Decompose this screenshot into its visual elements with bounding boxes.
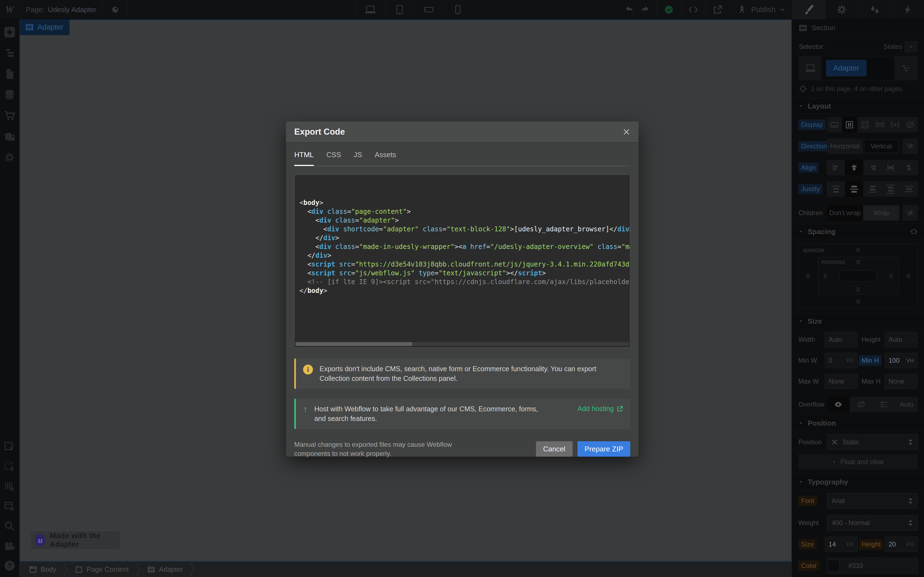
min-height-input[interactable]: 100VH: [885, 353, 918, 368]
margin-top-value[interactable]: 0: [856, 247, 859, 254]
export-share-button[interactable]: [705, 0, 730, 19]
overflow-visible-button[interactable]: [827, 397, 850, 412]
zoom-button[interactable]: [3, 520, 16, 532]
cms-button[interactable]: [3, 89, 16, 101]
states-caret-button[interactable]: [905, 41, 918, 52]
add-hosting-link[interactable]: Add hosting: [577, 404, 623, 413]
selection-badge[interactable]: Adapter: [19, 19, 69, 35]
line-height-input[interactable]: 20PX: [885, 537, 918, 552]
overflow-hidden-button[interactable]: [850, 397, 872, 412]
align-baseline-button[interactable]: [900, 160, 918, 175]
direction-reverse-button[interactable]: [903, 139, 918, 154]
interactions-panel-tab[interactable]: [891, 0, 924, 19]
ecommerce-button[interactable]: [3, 110, 16, 122]
section-header-typography[interactable]: Typography: [792, 474, 924, 490]
horizontal-scrollbar[interactable]: [296, 342, 629, 346]
undo-icon[interactable]: [625, 5, 635, 15]
assets-button[interactable]: [3, 130, 16, 143]
padding-bottom-value[interactable]: 0: [856, 286, 859, 293]
max-width-input[interactable]: None-: [825, 374, 858, 389]
margin-right-value[interactable]: 0: [907, 272, 910, 279]
tab-assets[interactable]: Assets: [375, 151, 396, 166]
dont-wrap-button[interactable]: Don’t wrap: [827, 205, 863, 221]
tab-html[interactable]: HTML: [294, 151, 314, 166]
pages-button[interactable]: [3, 68, 16, 80]
position-select[interactable]: Static: [827, 434, 918, 450]
justify-end-button[interactable]: [864, 181, 882, 197]
webflow-logo[interactable]: W: [0, 0, 19, 19]
direction-vertical-button[interactable]: Vertical: [863, 139, 899, 154]
redo-icon[interactable]: [640, 5, 650, 15]
direction-horizontal-button[interactable]: Horizontal: [827, 139, 863, 154]
settings-panel-tab[interactable]: [825, 0, 858, 19]
inheritance-menu-button[interactable]: [895, 56, 917, 80]
tab-js[interactable]: JS: [354, 151, 362, 166]
align-end-button[interactable]: [864, 160, 882, 175]
scrollbar-thumb[interactable]: [296, 342, 412, 346]
padding-left-value[interactable]: 0: [824, 272, 827, 279]
breakpoint-tablet[interactable]: [385, 0, 414, 19]
justify-center-button[interactable]: [845, 181, 863, 197]
display-inline-button[interactable]: A: [888, 117, 903, 132]
justify-start-button[interactable]: [827, 181, 845, 197]
custom-code-button[interactable]: [681, 0, 705, 19]
breakpoint-mobile-landscape[interactable]: [414, 0, 443, 19]
states-dropdown[interactable]: States: [883, 41, 918, 52]
spacing-expand-icon[interactable]: [910, 227, 918, 236]
cancel-button[interactable]: Cancel: [536, 441, 573, 457]
guides-toggle[interactable]: [3, 480, 16, 493]
display-block-button[interactable]: [827, 117, 842, 132]
edit-element-tool[interactable]: [3, 441, 16, 453]
display-flex-button[interactable]: [842, 117, 857, 132]
prepare-zip-button[interactable]: Prepare ZIP: [577, 441, 630, 457]
padding-right-value[interactable]: 0: [889, 272, 893, 279]
font-select[interactable]: Arial: [827, 493, 918, 509]
navigator-button[interactable]: [3, 47, 16, 60]
section-header-layout[interactable]: Layout: [792, 98, 924, 114]
padding-top-value[interactable]: 0: [856, 259, 859, 266]
page-menu[interactable]: Page: Udesly Adapter: [19, 0, 103, 19]
video-tutorials-button[interactable]: [3, 540, 16, 552]
selector-class-tag[interactable]: Adapter: [826, 60, 866, 76]
section-header-size[interactable]: Size: [792, 313, 924, 329]
breakpoint-mobile-portrait[interactable]: [443, 0, 472, 19]
selector-input[interactable]: Adapter: [799, 56, 918, 80]
align-start-button[interactable]: [827, 160, 845, 175]
style-manager-panel-tab[interactable]: [858, 0, 891, 19]
breadcrumb-item-adapter[interactable]: Adapter: [146, 566, 185, 574]
color-input[interactable]: #333: [827, 558, 918, 574]
tab-css[interactable]: CSS: [326, 151, 341, 166]
display-inline-block-button[interactable]: [872, 117, 888, 132]
wrap-button[interactable]: Wrap: [863, 205, 899, 221]
breakpoint-desktop[interactable]: [355, 0, 385, 19]
display-none-button[interactable]: [903, 117, 918, 132]
preview-toggle[interactable]: [103, 0, 128, 19]
min-width-input[interactable]: 0PX: [825, 353, 858, 368]
section-header-spacing[interactable]: Spacing: [792, 224, 924, 240]
color-swatch[interactable]: [828, 561, 840, 571]
project-settings-button[interactable]: [3, 151, 16, 164]
height-input[interactable]: Auto-: [885, 332, 918, 347]
float-and-clear-toggle[interactable]: Float and clear: [798, 454, 918, 469]
max-height-input[interactable]: None-: [885, 374, 918, 389]
made-with-adapter-badge[interactable]: u Made with the Adapter: [31, 531, 120, 550]
xray-mode-toggle[interactable]: [3, 461, 16, 473]
overflow-scroll-button[interactable]: [872, 397, 895, 412]
justify-around-button[interactable]: [900, 181, 918, 197]
align-stretch-button[interactable]: [882, 160, 900, 175]
font-size-input[interactable]: 14PX: [825, 537, 858, 552]
breadcrumb-item-page-content[interactable]: Page Content: [73, 566, 130, 574]
margin-bottom-value[interactable]: 0: [856, 298, 859, 305]
display-grid-button[interactable]: [858, 117, 872, 132]
add-elements-button[interactable]: [3, 26, 16, 39]
style-panel-tab[interactable]: [792, 0, 825, 19]
overflow-auto-button[interactable]: Auto: [895, 397, 918, 412]
align-center-button[interactable]: [845, 160, 863, 175]
weight-select[interactable]: 400 - Normal: [827, 515, 918, 531]
publish-button[interactable]: Publish: [730, 0, 792, 19]
width-input[interactable]: Auto-: [825, 332, 858, 347]
margin-left-value[interactable]: 0: [806, 272, 809, 279]
section-header-position[interactable]: Position: [792, 415, 924, 431]
help-button[interactable]: ?: [3, 559, 16, 572]
layout-preview-toggle[interactable]: [3, 500, 16, 513]
